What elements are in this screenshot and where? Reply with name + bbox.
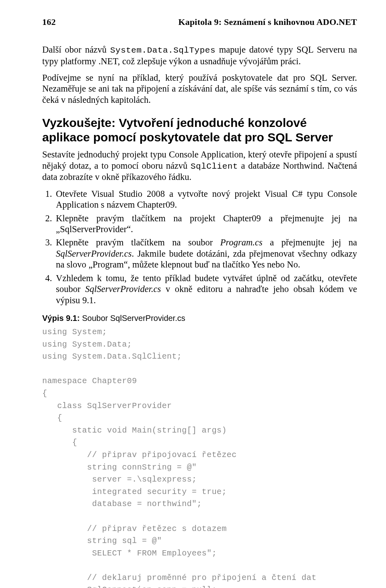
text: a přejmenujte jej na: [263, 237, 357, 247]
body-paragraph: Další obor názvů System.Data.SqlTypes ma…: [42, 44, 357, 67]
filename: Program.cs: [220, 237, 263, 247]
page: 162 Kapitola 9: Seznámení s knihovnou AD…: [0, 0, 386, 588]
page-number: 162: [42, 17, 56, 27]
filename: SqlServerProvider.cs: [85, 284, 161, 294]
listing-caption-text: Soubor SqlServerProvider.cs: [80, 314, 185, 323]
step-item: Klepněte pravým tlačítkem na projekt Cha…: [54, 213, 357, 235]
chapter-title: Kapitola 9: Seznámení s knihovnou ADO.NE…: [178, 17, 357, 27]
text: Další obor názvů: [42, 45, 110, 55]
text: Klepněte pravým tlačítkem na soubor: [56, 237, 220, 247]
step-item: Otevřete Visual Studio 2008 a vytvořte n…: [54, 188, 357, 210]
tryit-heading: Vyzkoušejte: Vytvoření jednoduché konzol…: [42, 116, 357, 144]
filename: SqlServerProvider.cs: [56, 249, 132, 259]
code-listing: using System; using System.Data; using S…: [42, 326, 357, 588]
numbered-steps: Otevřete Visual Studio 2008 a vytvořte n…: [42, 188, 357, 306]
inline-code: System.Data.SqlTypes: [110, 46, 216, 55]
body-paragraph: Podívejme se nyní na příklad, který použ…: [42, 72, 357, 105]
running-head: 162 Kapitola 9: Seznámení s knihovnou AD…: [42, 17, 357, 27]
inline-code: SqlClient: [191, 162, 238, 171]
step-item: Klepněte pravým tlačítkem na soubor Prog…: [54, 237, 357, 270]
listing-label: Výpis 9.1:: [42, 314, 80, 323]
body-paragraph: Sestavíte jednoduchý projekt typu Consol…: [42, 149, 357, 182]
listing-caption: Výpis 9.1: Soubor SqlServerProvider.cs: [42, 314, 357, 323]
step-item: Vzhledem k tomu, že tento příklad budete…: [54, 273, 357, 306]
